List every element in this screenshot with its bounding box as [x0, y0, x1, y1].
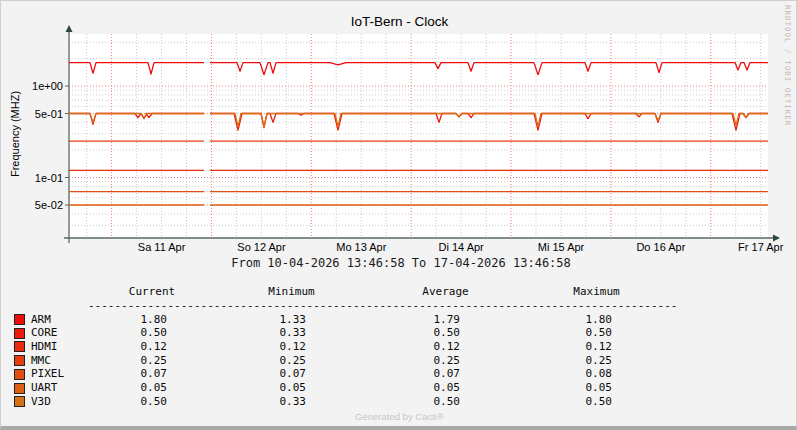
legend-color-swatch	[14, 369, 25, 380]
legend-stat-value: 0.12	[390, 340, 460, 353]
legend-stat-value: 0.12	[542, 340, 612, 353]
legend-stat-value: 0.25	[236, 354, 306, 367]
legend-series-name: ARM	[31, 313, 51, 326]
x-tick-label: Do 16 Apr	[636, 241, 685, 253]
legend-stat-value: 1.79	[390, 313, 460, 326]
legend-column-header: Current	[107, 285, 197, 298]
legend-color-swatch	[14, 396, 25, 407]
legend-stat-value: 0.05	[97, 381, 167, 394]
legend-stat-value: 0.50	[390, 395, 460, 408]
generated-by-label: Generated by Cacti®	[1, 411, 797, 422]
legend-stat-value: 0.05	[390, 381, 460, 394]
y-tick-label: 5e-02	[1, 199, 63, 211]
legend-column-header: Maximum	[552, 285, 642, 298]
legend-separator: ----------------------------------------…	[88, 299, 677, 312]
x-tick-label: Mi 15 Apr	[538, 241, 584, 253]
legend-color-swatch	[14, 383, 25, 394]
legend-column-header: Average	[401, 285, 491, 298]
cacti-graph-panel: IoT-Bern - Clock Frequency (MHZ) 1e+005e…	[0, 0, 797, 430]
legend-series-name: V3D	[31, 395, 51, 408]
legend-color-swatch	[14, 314, 25, 325]
y-axis-label: Frequency (MHZ)	[9, 91, 21, 177]
x-tick-label: So 12 Apr	[237, 241, 285, 253]
x-tick-label: Mo 13 Apr	[336, 241, 386, 253]
legend-series-name: PIXEL	[31, 367, 64, 380]
chart-title: IoT-Bern - Clock	[1, 14, 797, 29]
legend-stat-value: 0.08	[542, 367, 612, 380]
legend-stat-value: 0.33	[236, 395, 306, 408]
legend-stat-value: 0.07	[390, 367, 460, 380]
legend-series-name: HDMI	[31, 340, 58, 353]
legend-color-swatch	[14, 328, 25, 339]
time-range-label: From 10-04-2026 13:46:58 To 17-04-2026 1…	[1, 256, 797, 270]
legend-stat-value: 0.50	[390, 326, 460, 339]
legend-stat-value: 0.25	[390, 354, 460, 367]
legend-stat-value: 0.25	[97, 354, 167, 367]
x-tick-label: Fr 17 Apr	[738, 241, 783, 253]
legend-series-name: MMC	[31, 354, 51, 367]
legend-stat-value: 0.05	[542, 381, 612, 394]
y-tick-label: 1e-01	[1, 172, 63, 184]
legend-stat-value: 0.50	[542, 395, 612, 408]
legend-stat-value: 0.50	[97, 326, 167, 339]
legend-color-swatch	[14, 341, 25, 352]
legend-stat-value: 0.50	[542, 326, 612, 339]
legend-stat-value: 0.12	[97, 340, 167, 353]
legend-stat-value: 0.33	[236, 326, 306, 339]
x-tick-label: Sa 11 Apr	[138, 241, 186, 253]
legend-stat-value: 1.80	[542, 313, 612, 326]
legend-stat-value: 1.80	[97, 313, 167, 326]
chart-canvas	[1, 1, 797, 281]
legend-stat-value: 0.12	[236, 340, 306, 353]
legend-stat-value: 0.25	[542, 354, 612, 367]
legend-stat-value: 0.50	[97, 395, 167, 408]
legend-stat-value: 0.07	[97, 367, 167, 380]
legend-series-name: UART	[31, 381, 58, 394]
legend-series-name: CORE	[31, 326, 58, 339]
plot-area	[69, 34, 768, 238]
legend-stat-value: 1.33	[236, 313, 306, 326]
x-tick-label: Di 14 Apr	[439, 241, 484, 253]
legend-column-header: Minimum	[247, 285, 337, 298]
legend-stat-value: 0.05	[236, 381, 306, 394]
legend-stat-value: 0.07	[236, 367, 306, 380]
legend-color-swatch	[14, 355, 25, 366]
y-tick-label: 1e+00	[1, 80, 63, 92]
y-tick-label: 5e-01	[1, 108, 63, 120]
rrdtool-watermark: RRDTOOL / TOBI OETIKER	[783, 5, 792, 126]
